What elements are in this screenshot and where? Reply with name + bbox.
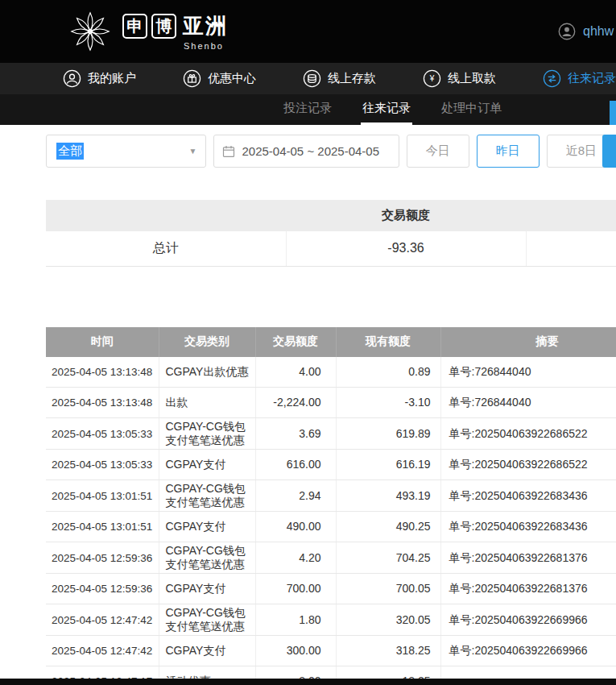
tab-label: 投注记录 xyxy=(283,101,332,116)
table-row: 2025-04-05 13:05:33CGPAY-CG钱包支付笔笔送优惠3.69… xyxy=(46,418,616,450)
table-cell: 490.00 xyxy=(255,512,336,542)
nav-item-withdraw[interactable]: ¥ 线上取款 xyxy=(423,69,496,88)
nav-item-label: 线上取款 xyxy=(448,71,496,86)
column-header-summary: 摘要 xyxy=(440,327,616,357)
transaction-type-select[interactable]: 全部 ▼ xyxy=(46,135,206,168)
user-account-area[interactable]: qhhw xyxy=(558,23,614,40)
table-cell: 318.25 xyxy=(336,636,440,666)
side-widget-edge[interactable] xyxy=(610,101,616,125)
table-cell: 2025-04-05 13:01:51 xyxy=(46,512,159,542)
table-cell: 320.05 xyxy=(336,604,440,636)
table-cell: 单号:202504063922681376 xyxy=(440,542,616,574)
withdraw-icon: ¥ xyxy=(423,69,441,88)
table-cell: 0.89 xyxy=(336,357,440,388)
table-cell: CGPAY支付 xyxy=(159,450,255,480)
deposit-icon xyxy=(303,69,321,88)
date-range-input[interactable]: 2025-04-05 ~ 2025-04-05 xyxy=(213,135,399,168)
logo-text: 申 博 亚洲 Shenbo xyxy=(122,12,228,51)
table-cell: 616.00 xyxy=(255,450,336,480)
table-cell: 4.20 xyxy=(255,542,336,574)
yesterday-button[interactable]: 昨日 xyxy=(477,135,540,168)
summary-table: 交易额度 总计 -93.36 xyxy=(46,200,616,267)
summary-header-label: 交易额度 xyxy=(286,200,526,231)
table-cell: 单号:726844040 xyxy=(440,357,616,388)
table-row: 2025-04-05 13:13:48出款-2,224.00-3.10单号:72… xyxy=(46,388,616,418)
tab-betting-records[interactable]: 投注记录 xyxy=(282,94,333,125)
column-header-amount: 交易额度 xyxy=(255,327,336,357)
logo-char-box-2: 博 xyxy=(151,14,176,39)
records-table: 时间 交易类别 交易额度 现有额度 摘要 2025-04-05 13:13:48… xyxy=(46,327,616,685)
table-cell: CGPAY-CG钱包支付笔笔送优惠 xyxy=(159,480,255,512)
chevron-down-icon: ▼ xyxy=(189,147,197,156)
table-cell: 2025-04-05 13:05:33 xyxy=(46,418,159,450)
selected-type-value: 全部 xyxy=(56,143,84,160)
username-text: qhhw xyxy=(583,24,614,39)
date-range-value: 2025-04-05 ~ 2025-04-05 xyxy=(242,144,379,158)
tab-label: 处理中订单 xyxy=(441,101,502,116)
nav-item-my-account[interactable]: 我的账户 xyxy=(63,69,136,88)
table-cell: 单号:202504063922686522 xyxy=(440,450,616,480)
table-cell: 700.00 xyxy=(255,574,336,604)
nav-item-records[interactable]: 往来记录 xyxy=(543,69,616,88)
table-cell: CGPAY-CG钱包支付笔笔送优惠 xyxy=(159,418,255,450)
today-button[interactable]: 今日 xyxy=(407,135,469,168)
records-sub-navigation: 投注记录 往来记录 处理中订单 xyxy=(0,94,616,125)
table-cell: 493.19 xyxy=(336,480,440,512)
summary-total-row: 总计 -93.36 xyxy=(46,231,616,266)
table-cell: CGPAY支付 xyxy=(159,512,255,542)
summary-total-value: -93.36 xyxy=(286,231,526,266)
table-row: 2025-04-05 13:01:51CGPAY支付490.00490.25单号… xyxy=(46,512,616,542)
summary-total-spacer xyxy=(526,231,616,266)
column-header-type: 交易类别 xyxy=(159,327,255,357)
table-cell: 单号:202504063922683436 xyxy=(440,480,616,512)
summary-header-row: 交易额度 xyxy=(46,200,616,231)
column-header-balance: 现有额度 xyxy=(336,327,440,357)
lotus-logo-icon xyxy=(68,9,113,54)
table-cell: 2025-04-05 12:59:36 xyxy=(46,542,159,574)
table-cell: 4.00 xyxy=(255,357,336,388)
table-cell: 2025-04-05 13:01:51 xyxy=(46,480,159,512)
user-icon xyxy=(63,69,81,88)
table-cell: 单号:726844040 xyxy=(440,388,616,418)
filter-toolbar: 全部 ▼ 2025-04-05 ~ 2025-04-05 今日 昨日 近8日 xyxy=(0,125,616,177)
logo-char-box-1: 申 xyxy=(122,14,147,39)
tab-label: 往来记录 xyxy=(362,101,411,116)
tab-transaction-records[interactable]: 往来记录 xyxy=(361,94,412,125)
table-cell: 616.19 xyxy=(336,450,440,480)
table-cell: 2025-04-05 13:13:48 xyxy=(46,357,159,388)
table-row: 2025-04-05 13:05:33CGPAY支付616.00616.19单号… xyxy=(46,450,616,480)
table-cell: 2025-04-05 12:59:36 xyxy=(46,574,159,604)
table-cell: 2025-04-05 13:13:48 xyxy=(46,388,159,418)
records-icon xyxy=(543,69,561,88)
table-cell: 700.05 xyxy=(336,574,440,604)
nav-item-label: 优惠中心 xyxy=(208,71,256,86)
table-cell: 3.69 xyxy=(255,418,336,450)
calendar-icon xyxy=(222,145,235,158)
table-cell: 单号:202504063922681376 xyxy=(440,574,616,604)
search-button[interactable] xyxy=(602,135,616,168)
summary-total-label: 总计 xyxy=(46,231,286,266)
nav-item-label: 我的账户 xyxy=(88,71,136,86)
records-table-body: 2025-04-05 13:13:48CGPAY出款优惠4.000.89单号:7… xyxy=(46,357,616,685)
table-cell: CGPAY-CG钱包支付笔笔送优惠 xyxy=(159,604,255,636)
summary-header-spacer xyxy=(526,200,616,231)
table-cell: 2025-04-05 13:05:33 xyxy=(46,450,159,480)
table-cell: 单号:202504063922669966 xyxy=(440,636,616,666)
records-header-row: 时间 交易类别 交易额度 现有额度 摘要 xyxy=(46,327,616,357)
table-cell: CGPAY支付 xyxy=(159,574,255,604)
table-cell: -2,224.00 xyxy=(255,388,336,418)
brand-logo[interactable]: 申 博 亚洲 Shenbo xyxy=(68,9,228,54)
table-cell: 704.25 xyxy=(336,542,440,574)
table-row: 2025-04-05 13:01:51CGPAY-CG钱包支付笔笔送优惠2.94… xyxy=(46,480,616,512)
nav-item-deposit[interactable]: 线上存款 xyxy=(303,69,376,88)
summary-header-spacer xyxy=(46,200,286,231)
table-row: 2025-04-05 13:13:48CGPAY出款优惠4.000.89单号:7… xyxy=(46,357,616,388)
nav-item-promotions[interactable]: 优惠中心 xyxy=(183,69,256,88)
tab-processing-orders[interactable]: 处理中订单 xyxy=(440,94,503,125)
table-cell: 单号:202504063922669966 xyxy=(440,604,616,636)
nav-item-label: 往来记录 xyxy=(568,71,616,86)
table-row: 2025-04-05 12:47:42CGPAY-CG钱包支付笔笔送优惠1.80… xyxy=(46,604,616,636)
nav-item-label: 线上存款 xyxy=(328,71,376,86)
table-cell: 490.25 xyxy=(336,512,440,542)
table-cell: 1.80 xyxy=(255,604,336,636)
